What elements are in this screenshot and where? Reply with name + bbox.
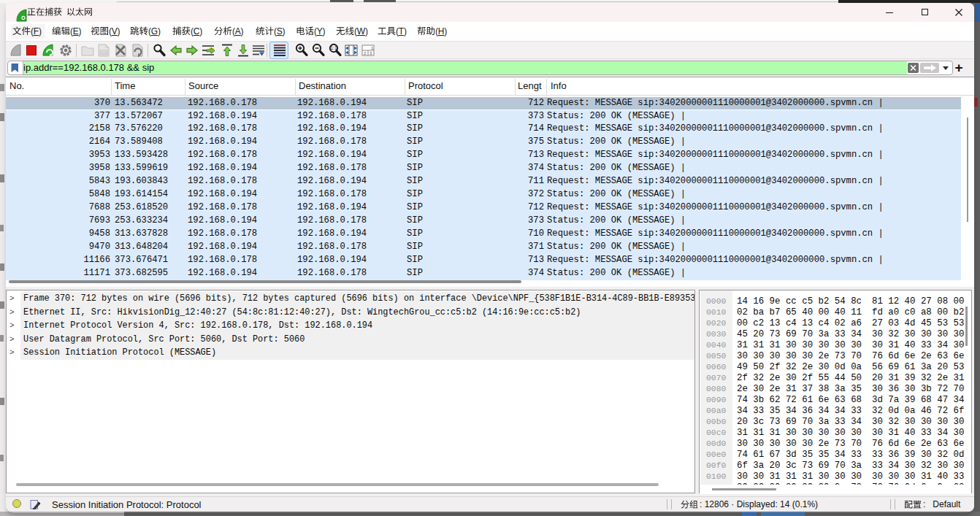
svg-text:1:1: 1:1 xyxy=(330,45,337,50)
svg-text:010: 010 xyxy=(100,51,107,55)
